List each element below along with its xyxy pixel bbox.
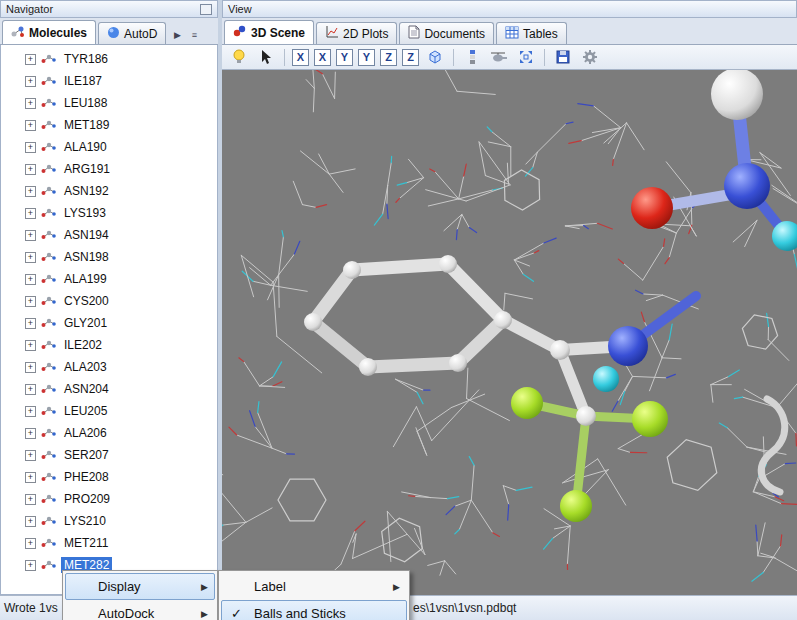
tree-item-label: ILE202 [61, 337, 105, 353]
tab-molecules[interactable]: Molecules [2, 20, 96, 44]
tab-tables[interactable]: Tables [496, 22, 567, 44]
tab-autodock-tools[interactable]: AutoD [98, 22, 166, 44]
carbon-atom [439, 255, 457, 273]
tree-item-asn194[interactable]: +ASN194 [1, 224, 217, 246]
tree-item-asn204[interactable]: +ASN204 [1, 378, 217, 400]
tree-item-ile187[interactable]: +ILE187 [1, 70, 217, 92]
tree-item-label: PHE208 [61, 469, 112, 485]
tab-list-button[interactable]: ≡ [186, 26, 202, 44]
residue-icon [41, 96, 56, 111]
tree-item-gly201[interactable]: +GLY201 [1, 312, 217, 334]
3d-viewport[interactable] [222, 70, 797, 595]
view-along-z-button[interactable]: Z [380, 49, 397, 66]
menu-item-autodock[interactable]: AutoDock ▶ [65, 600, 215, 620]
expand-icon[interactable]: + [25, 384, 36, 395]
tree-item-met189[interactable]: +MET189 [1, 114, 217, 136]
expand-icon[interactable]: + [25, 362, 36, 373]
tree-item-label: LYS210 [61, 513, 109, 529]
menu-item-balls-and-sticks[interactable]: ✓ Balls and Sticks [221, 600, 407, 620]
expand-icon[interactable]: + [25, 98, 36, 109]
expand-icon[interactable]: + [25, 296, 36, 307]
tree-item-label: GLY201 [61, 315, 110, 331]
tree-item-leu188[interactable]: +LEU188 [1, 92, 217, 114]
fly-camera-button[interactable] [487, 46, 511, 69]
tree-item-leu205[interactable]: +LEU205 [1, 400, 217, 422]
view-along-minus-z-button[interactable]: Z [402, 49, 419, 66]
carbon-atom [343, 261, 361, 279]
tab-3d-scene[interactable]: 3D Scene [224, 20, 314, 44]
tree-item-lys193[interactable]: +LYS193 [1, 202, 217, 224]
tree-item-arg191[interactable]: +ARG191 [1, 158, 217, 180]
expand-icon[interactable]: + [25, 406, 36, 417]
context-menu: Display ▶ AutoDock ▶ [62, 570, 218, 620]
tree-item-phe208[interactable]: +PHE208 [1, 466, 217, 488]
carbon-atom [711, 70, 763, 120]
save-scene-button[interactable] [551, 46, 575, 69]
menu-item-label: Balls and Sticks [254, 606, 346, 620]
expand-icon[interactable]: + [25, 340, 36, 351]
expand-icon[interactable]: + [25, 428, 36, 439]
tree-item-asn192[interactable]: +ASN192 [1, 180, 217, 202]
expand-icon[interactable]: + [25, 560, 36, 571]
tree-item-lys210[interactable]: +LYS210 [1, 510, 217, 532]
view-along-minus-x-button[interactable]: X [314, 49, 331, 66]
tree-item-label: LEU188 [61, 95, 110, 111]
expand-icon[interactable]: + [25, 516, 36, 527]
tree-item-ala199[interactable]: +ALA199 [1, 268, 217, 290]
expand-icon[interactable]: + [25, 164, 36, 175]
expand-icon[interactable]: + [25, 54, 36, 65]
scene-toolbar: X X Y Y Z Z [222, 45, 797, 70]
menu-item-display[interactable]: Display ▶ [65, 573, 215, 600]
view-header: View [222, 0, 797, 18]
tree-item-label: LEU205 [61, 403, 110, 419]
tree-item-cys200[interactable]: +CYS200 [1, 290, 217, 312]
expand-icon[interactable]: + [25, 538, 36, 549]
tree-item-ala206[interactable]: +ALA206 [1, 422, 217, 444]
tree-item-ser207[interactable]: +SER207 [1, 444, 217, 466]
expand-icon[interactable]: + [25, 318, 36, 329]
expand-icon[interactable]: + [25, 76, 36, 87]
clip-planes-button[interactable] [460, 46, 484, 69]
fluorine-atom [632, 401, 668, 437]
picking-mode-button[interactable] [254, 46, 278, 69]
expand-icon[interactable]: + [25, 450, 36, 461]
tree-item-met211[interactable]: +MET211 [1, 532, 217, 554]
tree-item-tyr186[interactable]: +TYR186 [1, 48, 217, 70]
undock-panel-icon[interactable] [200, 4, 212, 15]
residue-icon [41, 294, 56, 309]
tree-item-ala190[interactable]: +ALA190 [1, 136, 217, 158]
view-along-y-button[interactable]: Y [336, 49, 353, 66]
expand-icon[interactable]: + [25, 472, 36, 483]
carbon-atom [576, 406, 596, 426]
tab-scroll-right-button[interactable]: ▶ [169, 26, 185, 44]
menu-item-label: Label [254, 579, 286, 594]
center-scene-button[interactable] [514, 46, 538, 69]
carbon-atom [304, 313, 322, 331]
expand-icon[interactable]: + [25, 274, 36, 285]
expand-icon[interactable]: + [25, 494, 36, 505]
tree-item-label: CYS200 [61, 293, 112, 309]
tree-item-label: PRO209 [61, 491, 113, 507]
menu-item-label-submenu[interactable]: Label ▶ [221, 573, 407, 600]
view-along-x-button[interactable]: X [292, 49, 309, 66]
tab-2d-plots[interactable]: 2D Plots [316, 22, 397, 44]
tree-item-label: ALA203 [61, 359, 110, 375]
expand-icon[interactable]: + [25, 120, 36, 131]
light-toggle-button[interactable] [227, 46, 251, 69]
toolbar-separator [544, 49, 545, 66]
tab-documents[interactable]: Documents [399, 22, 494, 44]
expand-icon[interactable]: + [25, 252, 36, 263]
cube-view-button[interactable] [423, 46, 447, 69]
expand-icon[interactable]: + [25, 186, 36, 197]
tree-item-ile202[interactable]: +ILE202 [1, 334, 217, 356]
tree-item-asn198[interactable]: +ASN198 [1, 246, 217, 268]
expand-icon[interactable]: + [25, 230, 36, 241]
tree-item-ala203[interactable]: +ALA203 [1, 356, 217, 378]
tree-item-pro209[interactable]: +PRO209 [1, 488, 217, 510]
navigator-tab-bar: Molecules AutoD ▶ ≡ [0, 18, 218, 45]
tree-item-label: ALA206 [61, 425, 110, 441]
scene-settings-gear-button[interactable] [578, 46, 602, 69]
expand-icon[interactable]: + [25, 142, 36, 153]
expand-icon[interactable]: + [25, 208, 36, 219]
view-along-minus-y-button[interactable]: Y [358, 49, 375, 66]
